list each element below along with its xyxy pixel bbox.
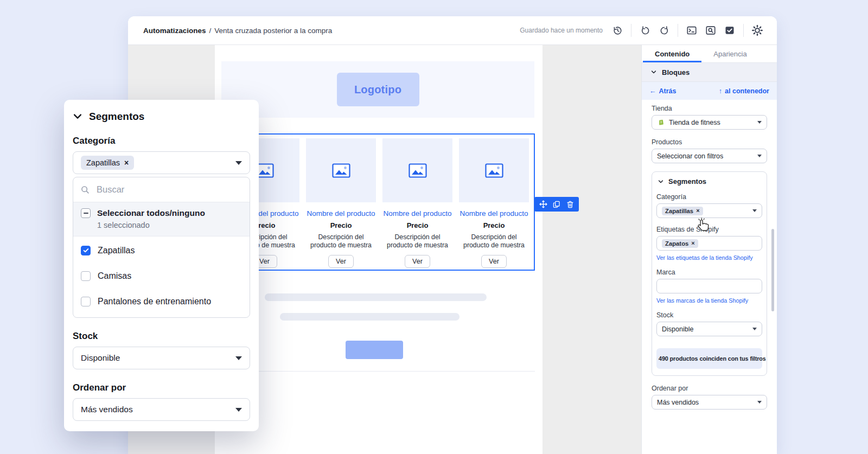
- filter-results-info: 490 productos coinciden con tus filtros: [656, 348, 762, 369]
- view-store-brands-link[interactable]: Ver las marcas de la tienda Shopify: [656, 297, 762, 304]
- block-toolbar: [534, 197, 579, 212]
- brand-label: Marca: [656, 268, 762, 276]
- shopify-tags-label: Etiquetas de Shopify: [656, 226, 762, 233]
- option-label: Pantalones de entrenamiento: [98, 297, 211, 306]
- email-header-block[interactable]: Logotipo: [221, 61, 534, 118]
- caret-down-icon: [757, 155, 762, 157]
- product-name[interactable]: Nombre del producto: [383, 209, 451, 218]
- popup-order-value: Más vendidos: [81, 405, 133, 414]
- order-by-select[interactable]: Más vendidos: [652, 395, 767, 410]
- category-options: Zapatillas Camisas Pantalones de entrena…: [73, 236, 250, 317]
- saved-status: Guardado hace un momento: [520, 27, 603, 34]
- popup-stock-value: Disponible: [81, 353, 120, 363]
- redo-icon[interactable]: [659, 25, 669, 36]
- divider: [743, 24, 744, 37]
- chevron-down-icon: [658, 178, 664, 185]
- search-icon: [80, 185, 90, 195]
- scrollbar-thumb[interactable]: [771, 229, 774, 311]
- undo-icon[interactable]: [640, 25, 650, 36]
- divider: [678, 24, 678, 37]
- blocks-section-header[interactable]: Bloques: [642, 63, 777, 82]
- product-card[interactable]: Nombre del producto Precio Descripción d…: [459, 138, 529, 268]
- option-pantalones[interactable]: Pantalones de entrenamiento: [81, 289, 242, 314]
- back-arrow-icon: ←: [649, 87, 656, 95]
- to-container-link[interactable]: ↑ al contenedor: [719, 87, 769, 95]
- panel-tabs: Contenido Apariencia: [642, 45, 777, 63]
- select-all-label: Seleccionar todos/ninguno: [97, 208, 205, 218]
- move-block-handle[interactable]: [538, 200, 548, 209]
- topbar: Automatizaciones / Venta cruzada posteri…: [128, 16, 777, 45]
- select-all-checkbox-indeterminate[interactable]: [81, 208, 91, 218]
- popup-stock-select[interactable]: Disponible: [73, 347, 250, 369]
- checkbox[interactable]: [81, 271, 91, 281]
- stock-select[interactable]: Disponible: [656, 322, 762, 336]
- caret-down-icon: [235, 408, 242, 412]
- preview-icon[interactable]: [705, 25, 716, 36]
- tests-icon[interactable]: [724, 25, 735, 36]
- option-camisas[interactable]: Camisas: [81, 263, 242, 289]
- divider: [251, 371, 535, 372]
- segments-section-header[interactable]: Segmentos: [656, 177, 762, 186]
- store-label: Tienda: [652, 105, 767, 112]
- product-name[interactable]: Nombre del producto: [459, 209, 528, 218]
- remove-chip-icon[interactable]: ×: [124, 158, 129, 167]
- order-by-label: Ordenar por: [652, 385, 767, 392]
- duplicate-block-icon[interactable]: [552, 200, 561, 209]
- view-store-tags-link[interactable]: Ver las etiquetas de la tienda Shopify: [656, 254, 762, 261]
- option-label: Camisas: [98, 271, 131, 281]
- shopify-tags-input[interactable]: Zapatos ×: [656, 236, 762, 251]
- remove-chip-icon[interactable]: ×: [691, 240, 694, 246]
- divider: [631, 24, 631, 37]
- product-grid-block-selected[interactable]: Nombre del producto Precio Descripción d…: [224, 133, 535, 271]
- blocks-header-label: Bloques: [662, 68, 690, 76]
- view-product-button[interactable]: Ver: [481, 255, 507, 268]
- button-placeholder[interactable]: [346, 341, 403, 359]
- product-price: Precio: [407, 221, 429, 229]
- caret-down-icon: [757, 401, 762, 404]
- block-nav-row: ← Atrás ↑ al contenedor: [642, 82, 777, 100]
- product-price: Precio: [330, 221, 352, 229]
- category-chip: Zapatillas ×: [662, 207, 703, 215]
- store-select[interactable]: Tienda de fitness: [652, 115, 767, 130]
- caret-down-icon: [757, 121, 762, 124]
- breadcrumb-root[interactable]: Automatizaciones: [143, 27, 206, 35]
- option-zapatillas[interactable]: Zapatillas: [81, 238, 242, 263]
- product-price: Precio: [483, 221, 505, 229]
- segments-popup-header[interactable]: Segmentos: [73, 111, 250, 123]
- checkbox[interactable]: [81, 297, 91, 306]
- products-select[interactable]: Seleccionar con filtros: [652, 149, 767, 163]
- checkbox[interactable]: [81, 246, 91, 255]
- product-card[interactable]: Nombre del producto Precio Descripción d…: [306, 138, 376, 268]
- history-icon[interactable]: [612, 25, 623, 36]
- category-select[interactable]: Zapatillas ×: [656, 203, 762, 218]
- remove-chip-icon[interactable]: ×: [696, 208, 699, 214]
- product-image-placeholder: [306, 138, 376, 202]
- products-label: Productos: [652, 138, 767, 146]
- delete-block-icon[interactable]: [565, 200, 575, 209]
- product-description: Descripción del producto de muestra: [306, 233, 376, 250]
- logo-placeholder[interactable]: Logotipo: [337, 73, 419, 106]
- product-name[interactable]: Nombre del producto: [307, 209, 375, 218]
- view-product-button[interactable]: Ver: [328, 255, 354, 268]
- back-link[interactable]: ← Atrás: [649, 87, 676, 95]
- terminal-icon[interactable]: [686, 25, 697, 36]
- search-input[interactable]: [95, 184, 242, 195]
- select-all-row[interactable]: Seleccionar todos/ninguno 1 seleccionado: [73, 202, 250, 236]
- tab-contenido[interactable]: Contenido: [643, 45, 701, 62]
- brand-input[interactable]: [656, 279, 762, 293]
- popup-order-label: Ordenar por: [73, 382, 250, 393]
- text-skeleton-line: [265, 293, 487, 301]
- product-card[interactable]: Nombre del producto Precio Descripción d…: [382, 138, 452, 268]
- image-icon: [332, 163, 350, 178]
- up-arrow-icon: ↑: [719, 87, 722, 95]
- breadcrumb-current: Venta cruzada posterior a la compra: [214, 27, 332, 35]
- popup-category-select[interactable]: Zapatillas ×: [73, 151, 250, 174]
- image-icon: [409, 163, 427, 178]
- gear-icon[interactable]: [752, 25, 763, 36]
- popup-order-select[interactable]: Más vendidos: [73, 398, 250, 421]
- view-product-button[interactable]: Ver: [405, 255, 430, 268]
- popup-title: Segmentos: [89, 111, 144, 123]
- tab-apariencia[interactable]: Apariencia: [701, 45, 758, 62]
- products-select-value: Seleccionar con filtros: [657, 152, 723, 160]
- chevron-down-icon: [73, 112, 82, 122]
